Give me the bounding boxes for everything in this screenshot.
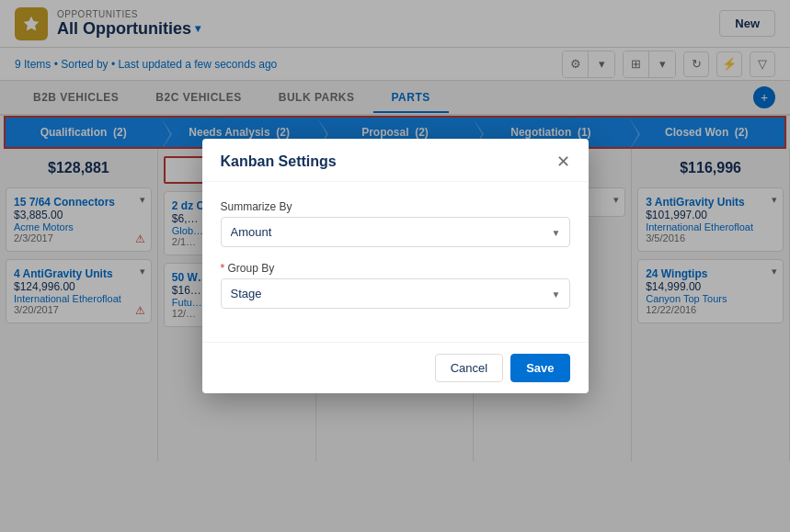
modal-body: Summarize By Amount Count Group By Stage… [202, 182, 589, 342]
group-by-select[interactable]: Stage Owner Type [221, 278, 570, 309]
cancel-button[interactable]: Cancel [435, 354, 503, 382]
summarize-by-group: Summarize By Amount Count [221, 200, 570, 247]
group-by-label: Group By [221, 262, 570, 275]
summarize-by-wrapper: Amount Count [221, 217, 570, 247]
kanban-settings-modal: Kanban Settings ✕ Summarize By Amount Co… [202, 139, 589, 393]
modal-close-button[interactable]: ✕ [556, 153, 570, 170]
modal-title: Kanban Settings [221, 153, 337, 170]
modal-footer: Cancel Save [202, 342, 589, 393]
modal-overlay: Kanban Settings ✕ Summarize By Amount Co… [0, 0, 790, 532]
summarize-by-select[interactable]: Amount Count [221, 217, 570, 247]
save-button[interactable]: Save [510, 354, 569, 382]
group-by-group: Group By Stage Owner Type [221, 262, 570, 309]
summarize-by-label: Summarize By [221, 200, 570, 213]
group-by-wrapper: Stage Owner Type [221, 278, 570, 309]
modal-header: Kanban Settings ✕ [202, 139, 589, 182]
